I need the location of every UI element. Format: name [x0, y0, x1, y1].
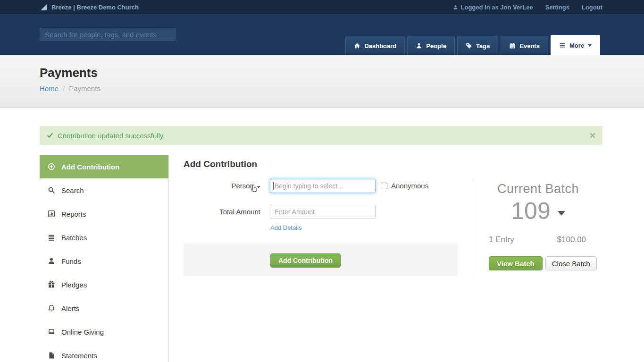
- breadcrumb: Home / Payments: [40, 84, 100, 93]
- sidebar-item-batches[interactable]: Batches: [40, 226, 168, 249]
- sidebar-item-statements[interactable]: Statements: [40, 344, 168, 362]
- file-icon: [48, 352, 55, 359]
- breadcrumb-home-link[interactable]: Home: [40, 84, 59, 93]
- breadcrumb-separator: /: [63, 84, 65, 93]
- view-batch-button[interactable]: View Batch: [489, 256, 543, 270]
- bar-chart-icon: [48, 210, 55, 218]
- search-input[interactable]: [40, 28, 176, 41]
- breadcrumb-current: Payments: [69, 84, 100, 93]
- alert-message: Contribution updated successfully.: [58, 132, 165, 140]
- list-icon: [48, 234, 55, 241]
- payments-sidebar: Add Contribution Search Reports Batches …: [40, 155, 169, 362]
- sidebar-item-reports[interactable]: Reports: [40, 202, 168, 226]
- logged-in-user[interactable]: Logged in as Jon VerLee: [453, 4, 533, 11]
- laptop-icon: [48, 328, 55, 336]
- person-dropdown-label[interactable]: Person: [184, 179, 260, 193]
- topbar-links: Logged in as Jon VerLee Settings Logout: [453, 4, 603, 11]
- main-nav: Dashboard People Tags Events More: [0, 14, 644, 55]
- bell-icon: [48, 304, 55, 312]
- batch-entry-count: 1 Entry: [489, 235, 514, 244]
- person-icon: [48, 257, 55, 265]
- sidebar-item-pledges[interactable]: Pledges: [40, 273, 168, 296]
- menu-icon: [559, 42, 566, 49]
- anonymous-checkbox[interactable]: [381, 183, 387, 189]
- add-details-link[interactable]: Add Details: [270, 224, 301, 231]
- sidebar-item-search[interactable]: Search: [40, 178, 168, 202]
- form-heading: Add Contribution: [184, 159, 257, 169]
- tab-events[interactable]: Events: [501, 36, 548, 55]
- page-title: Payments: [40, 66, 98, 80]
- brand-link[interactable]: Breeze | Breeze Demo Church: [40, 3, 139, 11]
- close-batch-button[interactable]: Close Batch: [545, 256, 597, 270]
- sidebar-item-add-contribution[interactable]: Add Contribution: [40, 155, 168, 178]
- batch-buttons: View Batch Close Batch: [489, 256, 597, 270]
- check-icon: [47, 132, 53, 139]
- batch-stats: 1 Entry $100.00: [489, 235, 586, 244]
- tab-more[interactable]: More: [551, 35, 600, 55]
- total-amount-input[interactable]: [270, 205, 376, 219]
- gift-icon: [48, 281, 55, 288]
- sidebar-item-alerts[interactable]: Alerts: [40, 296, 168, 320]
- person-icon: [416, 42, 422, 49]
- success-alert: Contribution updated successfully.: [40, 126, 602, 145]
- batch-number: 109: [511, 199, 550, 223]
- breeze-logo-icon: [40, 3, 48, 11]
- calendar-icon: [509, 42, 516, 49]
- tab-dashboard[interactable]: Dashboard: [345, 36, 405, 55]
- batch-number-dropdown[interactable]: 109: [473, 199, 603, 223]
- user-icon: [453, 5, 458, 10]
- batch-title: Current Batch: [473, 182, 603, 196]
- payments-page: Breeze | Breeze Demo Church Logged in as…: [0, 0, 644, 362]
- text-cursor: [273, 182, 274, 190]
- nav-tabs: Dashboard People Tags Events More: [345, 35, 600, 55]
- anonymous-label[interactable]: Anonymous: [391, 179, 428, 193]
- magnifier-icon: [48, 186, 55, 194]
- add-contribution-button[interactable]: Add Contribution: [270, 253, 341, 268]
- tab-tags[interactable]: Tags: [457, 36, 498, 55]
- close-icon[interactable]: [589, 132, 596, 139]
- logout-link[interactable]: Logout: [582, 4, 602, 11]
- chevron-down-icon: [257, 186, 260, 188]
- plus-circle-icon: [48, 163, 55, 170]
- tag-icon: [466, 42, 472, 49]
- chevron-down-icon: [588, 44, 592, 47]
- current-batch-panel: Current Batch 109 1 Entry $100.00 View B…: [473, 178, 603, 276]
- settings-link[interactable]: Settings: [545, 4, 569, 11]
- chevron-down-icon: [558, 211, 565, 216]
- sidebar-item-online-giving[interactable]: Online Giving: [40, 320, 168, 344]
- sidebar-item-funds[interactable]: Funds: [40, 249, 168, 273]
- brand-label: Breeze | Breeze Demo Church: [51, 4, 139, 11]
- top-bar: Breeze | Breeze Demo Church Logged in as…: [0, 0, 644, 14]
- page-header: Payments Home / Payments: [0, 55, 644, 108]
- total-amount-label: Total Amount: [184, 205, 260, 219]
- home-icon: [354, 42, 360, 49]
- person-input[interactable]: [270, 179, 376, 193]
- tab-people[interactable]: People: [407, 36, 455, 55]
- batch-total: $100.00: [557, 235, 586, 244]
